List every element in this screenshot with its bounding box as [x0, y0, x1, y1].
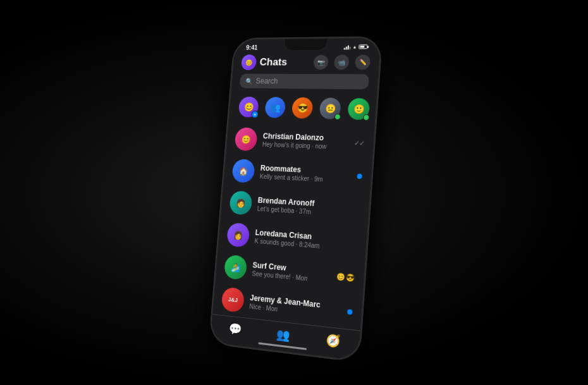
tab-discover-icon: 🧭 [326, 333, 341, 349]
chat-meta-jeremy [347, 309, 353, 314]
story-img-5: 🙂 [347, 98, 370, 120]
chat-info-roommates: Roommates Kelly sent a sticker · 9m [259, 163, 351, 184]
chat-avatar-surfcrew: 🏄 [224, 254, 248, 280]
stories-row: 😊 + 👥 😎 😐 [229, 92, 377, 126]
chat-avatar-christian: 😊 [234, 127, 257, 151]
chat-avatar-roommates: 🏠 [231, 159, 255, 183]
chat-avatar-emoji-loredana: 👩 [233, 229, 243, 240]
chat-avatar-emoji-roommates: 🏠 [238, 166, 248, 175]
chat-item-christian[interactable]: 😊 Christian Dalonzo Hey how's it going ·… [226, 123, 374, 160]
search-icon: 🔍 [245, 77, 253, 84]
tab-people-icon: 👥 [276, 327, 290, 343]
chat-avatar-emoji-christian: 😊 [241, 134, 251, 144]
story-img-6: 😄 [376, 98, 377, 120]
chat-avatar-emoji-brendan: 🧑 [236, 198, 246, 207]
chat-meta-christian: ✓✓ [354, 139, 365, 147]
chat-info-christian: Christian Dalonzo Hey how's it going · n… [262, 131, 348, 150]
tab-discover[interactable]: 🧭 [326, 333, 341, 349]
search-bar[interactable]: 🔍 Search [240, 73, 370, 89]
wifi-icon: ▲ [352, 44, 357, 49]
tab-chats-icon: 💬 [228, 321, 242, 336]
scene: 9:41 ▲ [0, 0, 588, 385]
signal-bar-4 [350, 46, 351, 49]
story-ring-6 [374, 96, 377, 122]
story-online-badge-5 [363, 114, 370, 120]
notch [285, 39, 327, 50]
compose-icon: ✏️ [359, 59, 367, 65]
signal-bar-3 [348, 45, 349, 49]
chat-check-christian: ✓✓ [354, 139, 365, 147]
tab-chats[interactable]: 💬 [228, 321, 242, 336]
signal-bars-icon [344, 44, 351, 49]
phone: 9:41 ▲ [209, 37, 383, 362]
story-ring-4 [317, 95, 343, 121]
camera-icon: 📷 [317, 59, 324, 66]
story-online-badge-4 [334, 113, 341, 119]
profile-avatar-emoji: 😊 [245, 59, 253, 65]
unread-badge-jeremy [347, 309, 353, 314]
chat-info-jeremy: Jeremy & Jean-Marc Nice · Mon [249, 293, 341, 319]
story-add-badge-1: + [251, 111, 259, 118]
chat-avatar-emoji-surfcrew: 🏄 [231, 262, 241, 272]
search-input[interactable]: Search [255, 76, 278, 85]
reaction-emoji-1: 😊 [336, 272, 346, 281]
story-img-4: 😐 [319, 97, 341, 119]
story-item-4[interactable]: 😐 [317, 96, 343, 120]
compose-button[interactable]: ✏️ [355, 54, 371, 70]
status-icons: ▲ [344, 44, 368, 49]
chat-avatar-loredana: 👩 [226, 222, 250, 247]
signal-bar-1 [344, 47, 345, 49]
chat-avatar-brendan: 🧑 [229, 190, 252, 215]
chat-info-surfcrew: Surf Crew See you there! · Mon [252, 260, 331, 284]
story-img-3: 😎 [291, 97, 314, 118]
unread-badge-roommates [357, 173, 362, 179]
tab-people[interactable]: 👥 [276, 327, 290, 343]
story-item-2[interactable]: 👥 [263, 95, 287, 119]
camera-button[interactable]: 📷 [313, 54, 329, 70]
story-img-2: 👥 [264, 97, 286, 118]
header-actions: 📷 📹 ✏️ [313, 54, 371, 70]
battery-fill [360, 46, 364, 47]
story-item-6[interactable]: 😄 [375, 97, 377, 121]
video-button[interactable]: 📹 [334, 54, 350, 70]
chat-avatar-emoji-jeremy: J&J [228, 296, 238, 303]
page-title: Chats [259, 56, 314, 68]
story-item-5[interactable]: 🙂 [346, 97, 371, 121]
chat-avatar-jeremy: J&J [221, 286, 245, 312]
chat-meta-roommates [357, 173, 362, 179]
header: 😊 Chats 📷 📹 ✏️ [233, 51, 380, 74]
chat-meta-surfcrew: 😊 😎 [336, 272, 355, 282]
phone-wrapper: 9:41 ▲ [209, 37, 383, 362]
video-icon: 📹 [338, 58, 345, 65]
status-time: 9:41 [246, 44, 258, 51]
story-ring-5 [345, 96, 372, 122]
story-item-3[interactable]: 😎 [290, 95, 315, 119]
profile-avatar[interactable]: 😊 [241, 54, 257, 70]
chat-reactions-surfcrew: 😊 😎 [336, 272, 355, 282]
chat-list: 😊 Christian Dalonzo Hey how's it going ·… [212, 123, 374, 330]
story-item-1[interactable]: 😊 + [237, 95, 260, 118]
chat-info-loredana: Loredana Crisan K sounds good · 8:24am [254, 228, 352, 252]
battery-icon [358, 44, 367, 49]
phone-screen: 9:41 ▲ [211, 38, 381, 360]
reaction-emoji-2: 😎 [346, 272, 355, 282]
chat-info-brendan: Brendan Aronoff Let's get boba · 37m [257, 195, 353, 217]
